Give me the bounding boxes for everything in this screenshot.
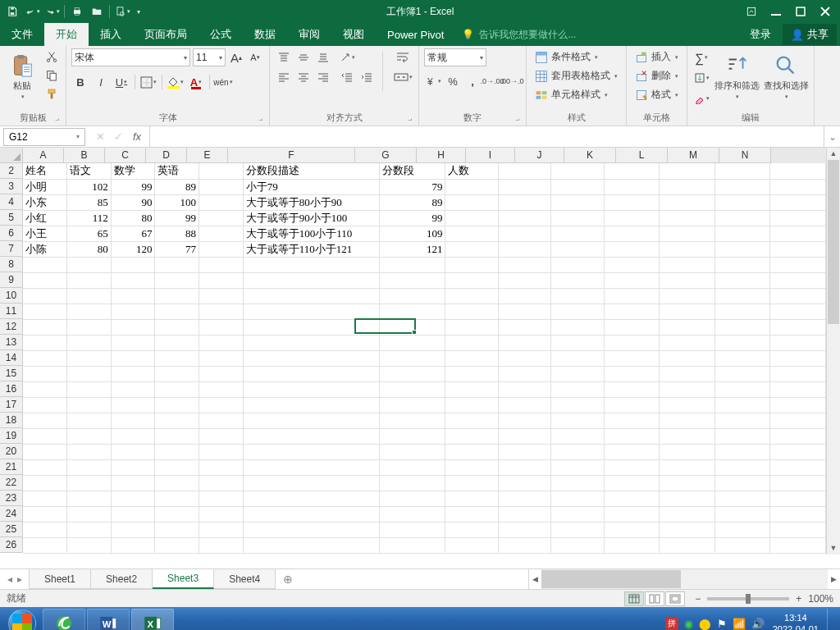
cell-K23[interactable]	[604, 491, 660, 506]
cell-K17[interactable]	[604, 397, 660, 413]
cell-J24[interactable]	[551, 506, 604, 522]
cell-H12[interactable]	[445, 319, 498, 335]
cell-N5[interactable]	[770, 210, 826, 226]
cell-G13[interactable]	[380, 335, 445, 350]
cell-H10[interactable]	[445, 288, 498, 304]
cell-G14[interactable]	[380, 350, 445, 366]
row-header-25[interactable]: 25	[0, 522, 23, 537]
grow-font-button[interactable]: A▴	[228, 49, 244, 66]
cell-E22[interactable]	[199, 475, 244, 491]
cell-F12[interactable]	[243, 319, 379, 335]
shrink-font-button[interactable]: A▾	[247, 49, 263, 66]
sheet-tab-sheet1[interactable]: Sheet1	[30, 569, 91, 589]
tab-page-layout[interactable]: 页面布局	[133, 23, 199, 46]
cell-N25[interactable]	[770, 522, 826, 537]
cell-A2[interactable]: 姓名	[23, 163, 67, 179]
cell-C5[interactable]: 80	[111, 210, 155, 226]
scroll-up-button[interactable]: ▲	[827, 148, 840, 160]
cell-C10[interactable]	[111, 288, 155, 304]
cell-B21[interactable]	[67, 459, 112, 475]
cell-H7[interactable]	[445, 241, 498, 257]
cell-B9[interactable]	[67, 272, 112, 288]
cell-H6[interactable]	[445, 226, 498, 241]
cell-L20[interactable]	[660, 444, 715, 459]
cell-C3[interactable]: 99	[111, 179, 155, 194]
increase-decimal-button[interactable]: .0→.00	[483, 72, 501, 90]
cell-I3[interactable]	[498, 179, 550, 194]
cell-J12[interactable]	[551, 319, 604, 335]
cell-H8[interactable]	[445, 257, 498, 272]
cell-F9[interactable]	[243, 272, 379, 288]
cell-K6[interactable]	[604, 226, 660, 241]
cell-J13[interactable]	[551, 335, 604, 350]
cell-I14[interactable]	[498, 350, 550, 366]
cell-M17[interactable]	[714, 397, 770, 413]
cell-C22[interactable]	[111, 475, 155, 491]
cell-J10[interactable]	[551, 288, 604, 304]
cell-L16[interactable]	[660, 381, 715, 397]
cell-N17[interactable]	[770, 397, 826, 413]
cell-H22[interactable]	[445, 475, 498, 491]
cell-N22[interactable]	[770, 475, 826, 491]
row-header-20[interactable]: 20	[0, 444, 23, 459]
cell-K12[interactable]	[604, 319, 660, 335]
cell-D25[interactable]	[155, 522, 199, 537]
cell-C16[interactable]	[111, 381, 155, 397]
cell-I20[interactable]	[498, 444, 550, 459]
cell-F19[interactable]	[243, 428, 379, 444]
cell-G26[interactable]	[380, 537, 445, 553]
cell-I13[interactable]	[498, 335, 550, 350]
cell-A15[interactable]	[23, 366, 67, 381]
cell-A14[interactable]	[23, 350, 67, 366]
row-header-7[interactable]: 7	[0, 241, 23, 257]
cell-M11[interactable]	[714, 304, 770, 319]
fill-button[interactable]: ▾	[692, 69, 710, 87]
taskbar-ie-button[interactable]	[43, 609, 85, 630]
zoom-out-button[interactable]: −	[695, 593, 701, 605]
cell-C7[interactable]: 120	[111, 241, 155, 257]
cell-B2[interactable]: 语文	[67, 163, 112, 179]
accounting-format-button[interactable]: ¥▾	[424, 72, 442, 90]
redo-button[interactable]: ▾	[43, 2, 61, 21]
cell-F15[interactable]	[243, 366, 379, 381]
copy-button[interactable]	[43, 67, 61, 84]
open-button[interactable]	[88, 2, 106, 21]
cell-B4[interactable]: 85	[67, 194, 112, 210]
tab-home[interactable]: 开始	[44, 23, 89, 46]
cell-E19[interactable]	[199, 428, 244, 444]
cell-F20[interactable]	[243, 444, 379, 459]
cell-A21[interactable]	[23, 459, 67, 475]
cell-G16[interactable]	[380, 381, 445, 397]
cell-E14[interactable]	[199, 350, 244, 366]
cell-I15[interactable]	[498, 366, 550, 381]
align-bottom-button[interactable]	[314, 48, 332, 66]
row-header-6[interactable]: 6	[0, 226, 23, 241]
cell-H2[interactable]: 人数	[445, 163, 498, 179]
tab-insert[interactable]: 插入	[89, 23, 133, 46]
print-preview-button[interactable]: ▾	[113, 2, 131, 21]
sheet-nav[interactable]: ◂▸	[0, 569, 30, 589]
row-header-17[interactable]: 17	[0, 397, 23, 413]
fill-color-button[interactable]: ▾	[167, 73, 185, 91]
taskbar-word-button[interactable]: W	[87, 609, 130, 630]
col-header-J[interactable]: J	[515, 148, 564, 163]
cell-F23[interactable]	[243, 491, 379, 506]
col-header-D[interactable]: D	[146, 148, 187, 163]
cell-N19[interactable]	[770, 428, 826, 444]
tray-network-icon[interactable]: 📶	[733, 618, 746, 630]
cell-B12[interactable]	[67, 319, 112, 335]
cell-M21[interactable]	[714, 459, 770, 475]
cell-N3[interactable]	[770, 179, 826, 194]
cell-L4[interactable]	[660, 194, 715, 210]
clear-button[interactable]: ▾	[692, 89, 710, 107]
row-header-12[interactable]: 12	[0, 319, 23, 335]
cell-M16[interactable]	[714, 381, 770, 397]
vertical-scrollbar[interactable]: ▲ ▼	[826, 148, 840, 555]
cell-K26[interactable]	[604, 537, 660, 553]
cell-N24[interactable]	[770, 506, 826, 522]
cell-N14[interactable]	[770, 350, 826, 366]
cell-G5[interactable]: 99	[380, 210, 445, 226]
autosum-button[interactable]: ∑▾	[692, 48, 710, 66]
row-header-14[interactable]: 14	[0, 350, 23, 366]
cell-F14[interactable]	[243, 350, 379, 366]
